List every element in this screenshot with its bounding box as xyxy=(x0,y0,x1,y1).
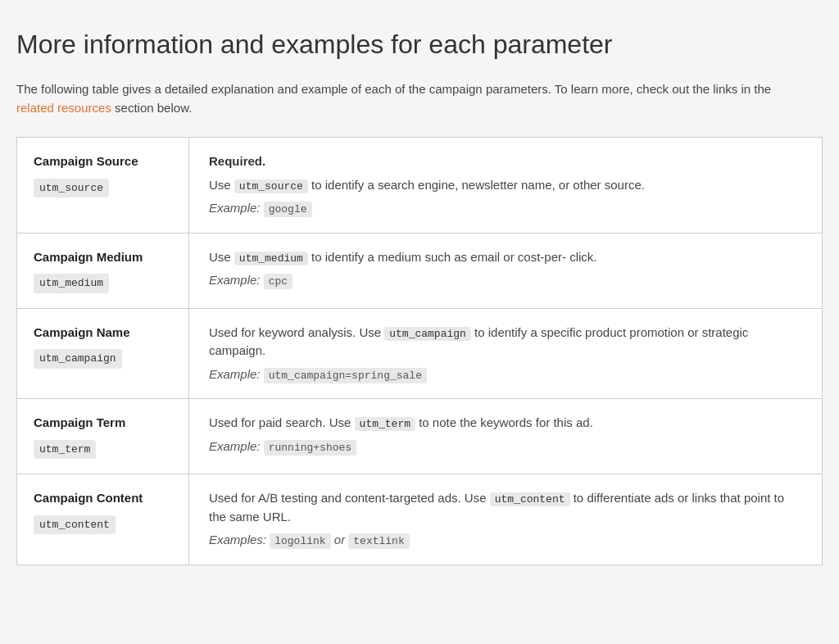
example-label: Example: xyxy=(209,439,264,453)
param-example: Examples: logolink or textlink xyxy=(209,531,802,550)
intro-text-after-link: section below. xyxy=(111,101,192,115)
param-desc-cell: Used for keyword analysis. Use utm_campa… xyxy=(189,308,823,399)
param-description: Use utm_source to identify a search engi… xyxy=(209,176,802,195)
example-code: google xyxy=(264,202,312,217)
page-title: More information and examples for each p… xyxy=(16,25,823,64)
param-title: Campaign Term xyxy=(34,414,172,433)
description-code: utm_term xyxy=(355,417,415,431)
param-desc-cell: Used for A/B testing and content-targete… xyxy=(189,474,823,565)
example-or: or xyxy=(331,533,349,546)
param-desc-cell: Used for paid search. Use utm_term to no… xyxy=(189,399,823,474)
param-example: Example: utm_campaign=spring_sale xyxy=(209,365,802,384)
param-description: Used for keyword analysis. Use utm_campa… xyxy=(209,324,802,361)
description-code: utm_source xyxy=(234,179,308,193)
param-tag: utm_medium xyxy=(34,274,109,293)
example-code-2: textlink xyxy=(348,533,409,549)
table-row: Campaign Termutm_termUsed for paid searc… xyxy=(17,399,823,474)
param-tag: utm_term xyxy=(34,440,96,460)
intro-text-before-link: The following table gives a detailed exp… xyxy=(16,82,771,96)
intro-text: The following table gives a detailed exp… xyxy=(16,80,803,117)
param-title: Campaign Name xyxy=(34,324,172,342)
related-resources-link[interactable]: related resources xyxy=(16,101,111,115)
description-code: utm_campaign xyxy=(384,327,471,341)
param-description: Use utm_medium to identify a medium such… xyxy=(209,248,802,267)
param-desc-cell: Required.Use utm_source to identify a se… xyxy=(189,138,823,234)
param-title: Campaign Medium xyxy=(34,248,172,267)
param-tag: utm_content xyxy=(34,515,116,535)
table-row: Campaign Mediumutm_mediumUse utm_medium … xyxy=(17,233,823,308)
example-code: running+shoes xyxy=(264,440,356,456)
param-example: Example: running+shoes xyxy=(209,438,802,456)
example-label: Example: xyxy=(209,367,264,381)
param-example: Example: cpc xyxy=(209,271,802,290)
param-tag: utm_campaign xyxy=(34,349,122,369)
parameters-table: Campaign Sourceutm_sourceRequired.Use ut… xyxy=(16,137,823,565)
param-name-cell: Campaign Sourceutm_source xyxy=(17,138,189,234)
param-name-cell: Campaign Nameutm_campaign xyxy=(17,308,189,399)
param-example: Example: google xyxy=(209,199,802,218)
param-name-cell: Campaign Contentutm_content xyxy=(17,474,189,565)
table-row: Campaign Sourceutm_sourceRequired.Use ut… xyxy=(17,138,823,234)
example-code-1: logolink xyxy=(270,533,330,549)
example-label: Example: xyxy=(209,273,264,287)
table-row: Campaign Contentutm_contentUsed for A/B … xyxy=(17,474,823,565)
description-code: utm_content xyxy=(490,492,570,506)
param-description: Used for paid search. Use utm_term to no… xyxy=(209,414,802,433)
description-code: utm_medium xyxy=(234,252,308,265)
example-label: Example: xyxy=(209,201,264,215)
example-code: cpc xyxy=(264,274,293,289)
example-code: utm_campaign=spring_sale xyxy=(264,368,427,383)
param-required-label: Required. xyxy=(209,152,802,171)
param-name-cell: Campaign Termutm_term xyxy=(17,399,189,474)
example-label: Examples: xyxy=(209,533,270,546)
param-title: Campaign Source xyxy=(34,152,172,171)
param-desc-cell: Use utm_medium to identify a medium such… xyxy=(189,233,823,308)
param-name-cell: Campaign Mediumutm_medium xyxy=(17,233,189,308)
param-tag: utm_source xyxy=(34,179,109,198)
table-row: Campaign Nameutm_campaignUsed for keywor… xyxy=(17,308,823,399)
param-title: Campaign Content xyxy=(34,489,172,508)
param-description: Used for A/B testing and content-targete… xyxy=(209,489,802,526)
